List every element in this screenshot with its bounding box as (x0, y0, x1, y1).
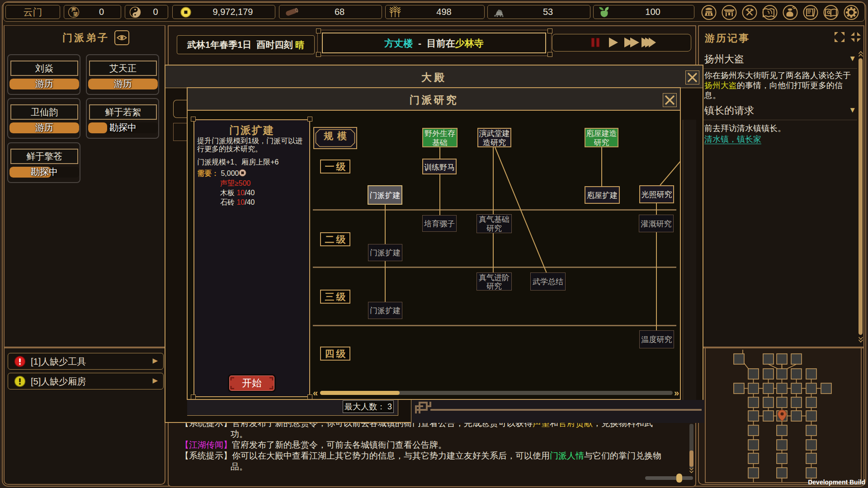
svg-text:望: 望 (73, 12, 78, 17)
